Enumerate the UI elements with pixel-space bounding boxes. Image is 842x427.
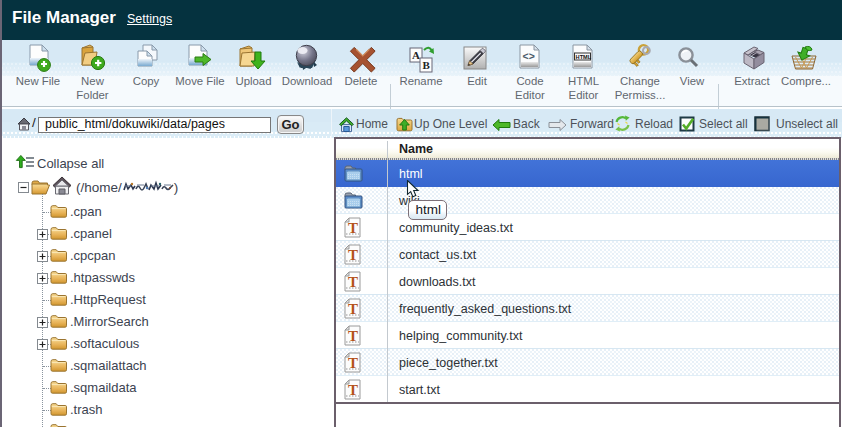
svg-text:A: A	[412, 49, 420, 61]
svg-text:T: T	[348, 355, 358, 371]
svg-text:T: T	[348, 328, 358, 344]
svg-text:B: B	[423, 59, 431, 71]
svg-text:T: T	[348, 274, 358, 290]
svg-text:T: T	[348, 301, 358, 317]
svg-text:T: T	[348, 220, 358, 236]
svg-text:T: T	[348, 382, 358, 398]
svg-text:T: T	[348, 247, 358, 263]
svg-text:HTML: HTML	[576, 54, 592, 60]
svg-text:<>: <>	[523, 50, 535, 62]
